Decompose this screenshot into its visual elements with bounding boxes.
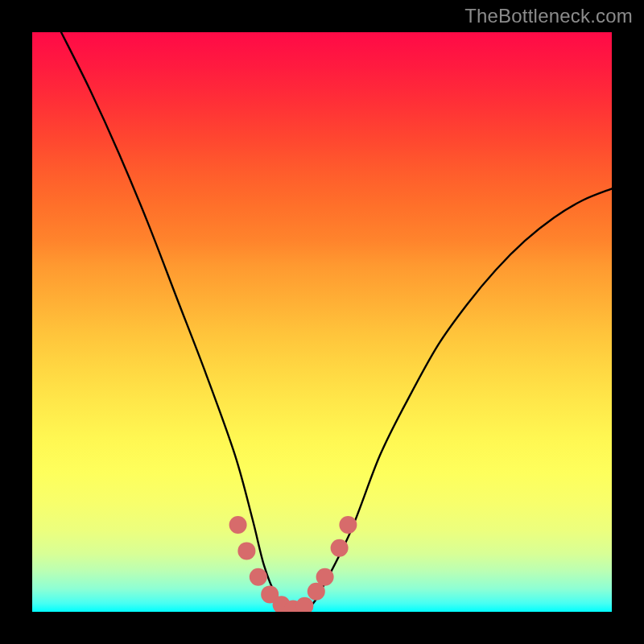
highlight-markers — [229, 516, 357, 612]
highlight-marker — [229, 516, 247, 534]
highlight-marker — [339, 516, 357, 534]
chart-frame: TheBottleneck.com — [0, 0, 644, 644]
highlight-marker — [316, 568, 334, 586]
bottleneck-curve — [61, 32, 612, 609]
watermark-text: TheBottleneck.com — [464, 5, 633, 27]
chart-canvas — [32, 32, 612, 612]
highlight-marker — [331, 539, 349, 557]
highlight-marker — [250, 568, 267, 586]
highlight-marker — [237, 542, 255, 559]
highlight-marker — [295, 597, 313, 612]
plot-area — [32, 32, 612, 612]
